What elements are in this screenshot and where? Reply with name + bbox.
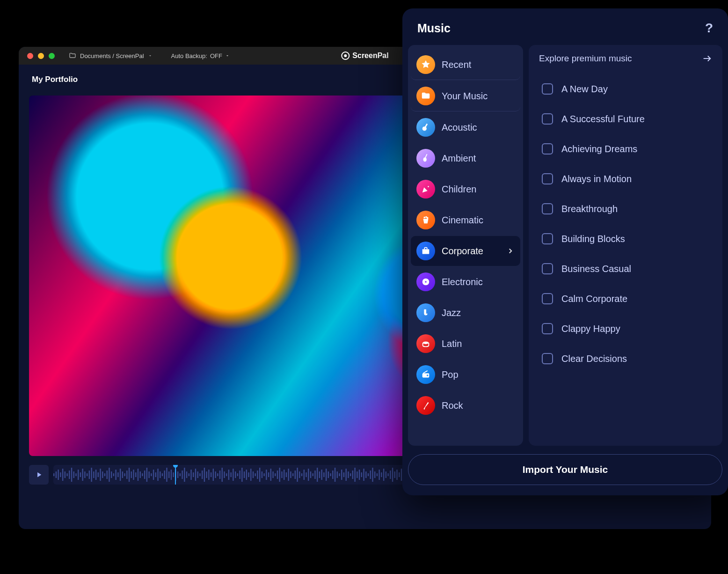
svg-rect-136 [354,468,355,482]
svg-rect-138 [359,470,360,480]
svg-rect-118 [314,471,315,479]
track-item[interactable]: Building Blocks [539,224,718,254]
category-item-cinematic[interactable]: Cinematic [411,205,520,235]
category-item-corporate[interactable]: Corporate [411,236,520,266]
svg-rect-50 [164,471,165,479]
svg-rect-60 [186,471,187,478]
category-item-acoustic[interactable]: Acoustic [411,112,520,142]
category-item-rock[interactable]: Rock [411,390,520,420]
svg-rect-155 [396,470,397,480]
svg-rect-100 [275,473,276,476]
svg-rect-39 [140,471,141,478]
auto-backup-toggle[interactable]: Auto Backup: OFF [171,52,230,59]
svg-point-258 [423,217,425,219]
svg-rect-36 [133,470,134,480]
svg-rect-47 [157,469,158,481]
category-item-children[interactable]: Children [411,174,520,204]
guitar-icon [416,118,435,137]
brand-icon [341,52,349,60]
svg-rect-61 [189,473,189,476]
svg-rect-70 [208,470,209,480]
svg-rect-151 [387,473,388,476]
track-checkbox[interactable] [542,293,553,304]
track-item[interactable]: Breakthrough [539,194,718,224]
close-window-button[interactable] [27,53,33,59]
svg-rect-110 [297,468,298,482]
track-checkbox[interactable] [542,113,553,125]
svg-rect-32 [124,473,125,476]
track-item[interactable]: Clear Decisions [539,344,718,374]
svg-rect-144 [372,468,373,482]
track-title: Calm Corporate [561,294,627,304]
svg-rect-94 [262,471,262,478]
category-list: RecentYour MusicAcousticAmbientChildrenC… [408,45,523,446]
track-checkbox[interactable] [542,173,553,184]
track-item[interactable]: A New Day [539,74,718,104]
track-item[interactable]: Business Casual [539,254,718,284]
svg-rect-89 [250,469,251,481]
track-checkbox[interactable] [542,263,553,274]
category-item-ambient[interactable]: Ambient [411,143,520,173]
category-item-pop[interactable]: Pop [411,360,520,390]
track-item[interactable]: Achieving Dreams [539,134,718,164]
svg-rect-5 [65,471,66,478]
svg-rect-34 [129,468,130,482]
svg-rect-113 [304,470,305,480]
playhead[interactable] [175,465,176,485]
svg-rect-127 [335,468,335,482]
play-button[interactable] [29,465,49,485]
chevron-down-icon [148,53,153,58]
track-checkbox[interactable] [542,83,553,95]
track-item[interactable]: A Successful Future [539,104,718,134]
svg-rect-38 [138,469,138,481]
auto-backup-label: Auto Backup: [171,52,207,59]
category-item-recent[interactable]: Recent [411,50,520,80]
svg-rect-157 [401,469,402,481]
track-checkbox[interactable] [542,323,553,334]
svg-rect-134 [350,473,351,476]
svg-rect-2 [58,470,58,480]
maximize-window-button[interactable] [49,53,55,59]
svg-point-263 [425,281,427,283]
track-title: Clear Decisions [561,353,627,364]
track-item[interactable]: Clappy Happy [539,314,718,344]
svg-rect-6 [66,473,67,476]
minimize-window-button[interactable] [38,53,44,59]
svg-rect-96 [266,470,267,480]
track-item[interactable]: Calm Corporate [539,284,718,314]
svg-rect-35 [131,471,132,478]
help-button[interactable]: ? [705,21,713,36]
track-list[interactable]: A New DayA Successful FutureAchieving Dr… [529,72,722,446]
svg-rect-66 [199,473,200,476]
violin-icon [416,149,435,168]
track-checkbox[interactable] [542,143,553,155]
svg-rect-20 [98,472,99,477]
svg-rect-154 [394,471,395,478]
svg-rect-56 [177,471,178,478]
explore-premium-link[interactable]: Explore premium music [529,45,722,72]
svg-rect-106 [288,469,289,481]
breadcrumb[interactable]: Documents / ScreenPal [69,52,153,59]
category-label: Ambient [442,153,476,164]
svg-rect-58 [182,471,182,479]
track-checkbox[interactable] [542,353,553,364]
track-checkbox[interactable] [542,203,553,214]
category-item-latin[interactable]: Latin [411,329,520,359]
import-music-button[interactable]: Import Your Music [408,454,722,485]
svg-rect-73 [215,471,216,478]
category-item-your-music[interactable]: Your Music [411,81,520,111]
track-title: Always in Motion [561,174,632,184]
svg-rect-135 [352,471,353,479]
track-item[interactable]: Always in Motion [539,164,718,194]
category-item-jazz[interactable]: Jazz [411,298,520,328]
track-checkbox[interactable] [542,233,553,244]
vinyl-icon [416,272,435,291]
svg-rect-63 [193,472,194,477]
svg-rect-148 [381,472,382,477]
chevron-right-icon [506,247,515,255]
category-item-electronic[interactable]: Electronic [411,267,520,297]
svg-rect-156 [399,472,400,477]
svg-point-266 [427,375,429,376]
arrow-right-icon [702,53,712,64]
svg-rect-25 [109,468,109,482]
